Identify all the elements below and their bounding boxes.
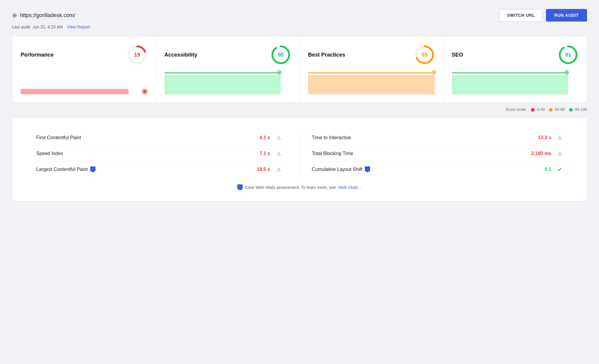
view-report-link[interactable]: View Report (67, 25, 90, 29)
scale-orange-item: 50-89 (549, 107, 565, 112)
switch-url-button[interactable]: SWITCH URL (500, 9, 542, 22)
lcp-name: Largest Contentful Paint (36, 166, 253, 172)
cls-cwv-badge (365, 166, 370, 172)
best-practices-label: Best Practices (308, 52, 345, 58)
scale-orange-dot (549, 108, 553, 112)
best-practices-bar (308, 75, 435, 94)
best-practices-sparkline (308, 70, 435, 94)
scale-red-label: 0-49 (537, 107, 545, 112)
lcp-warn-icon: ⚠ (276, 166, 282, 172)
tbt-value: 2,160 ms (531, 151, 551, 156)
url-display: https://gorilladesk.com/ (20, 12, 75, 19)
cls-value: 0.1 (545, 167, 551, 172)
performance-sparkline (21, 70, 147, 94)
best-practices-score-circle: 69 (414, 45, 435, 65)
score-scale: Score scale: 0-49 50-89 90-100 (12, 107, 587, 112)
best-practices-top: Best Practices 69 (308, 45, 435, 65)
globe-icon: ⊕ (12, 12, 17, 19)
header-actions: SWITCH URL RUN AUDIT (500, 9, 587, 22)
cls-name: Cumulative Layout Shift (312, 166, 541, 172)
seo-bar (452, 75, 579, 94)
metrics-right-col: Time to Interactive 13.3 s ⚠ Total Block… (300, 130, 563, 177)
best-practices-panel: Best Practices 69 (300, 36, 443, 103)
best-practices-value: 69 (421, 52, 427, 58)
performance-top: Performance 19 (21, 45, 147, 65)
accessibility-score-circle: 90 (271, 45, 291, 65)
si-warn-icon: ⚠ (276, 151, 282, 157)
fcp-value: 4.1 s (259, 135, 270, 140)
performance-value: 19 (134, 52, 140, 58)
metrics-columns: First Contentful Paint 4.1 s ⚠ Speed Ind… (36, 130, 563, 177)
tti-warn-icon: ⚠ (557, 135, 563, 141)
seo-label: SEO (452, 52, 463, 58)
performance-score-circle: 19 (127, 45, 147, 65)
scale-orange-label: 50-89 (555, 107, 565, 112)
performance-panel: Performance 19 (12, 36, 156, 103)
performance-label: Performance (21, 52, 54, 58)
seo-top: SEO 91 (452, 45, 579, 65)
fcp-warn-icon: ⚠ (276, 135, 282, 141)
cls-ok-icon: ✔ (557, 166, 563, 172)
fcp-name: First Contentful Paint (36, 135, 256, 140)
accessibility-sparkline (165, 70, 291, 94)
seo-panel: SEO 91 (443, 36, 587, 103)
score-scale-label: Score scale: (506, 107, 527, 112)
cwv-note-period: . (360, 185, 362, 190)
accessibility-value: 90 (278, 52, 284, 58)
scores-card: Performance 19 Accessibility 90 (12, 36, 587, 103)
accessibility-top: Accessibility 90 (165, 45, 291, 65)
scale-red-item: 0-49 (531, 107, 545, 112)
metrics-card: First Contentful Paint 4.1 s ⚠ Speed Ind… (12, 118, 587, 201)
run-audit-button[interactable]: RUN AUDIT (546, 9, 587, 22)
lcp-cwv-badge (90, 166, 96, 172)
lcp-value: 18.5 s (257, 167, 270, 172)
last-audit-text: Last audit: Jun 21, 4:23 AM (12, 25, 63, 29)
accessibility-bar (165, 75, 291, 94)
accessibility-label: Accessibility (165, 52, 197, 58)
metric-tti: Time to Interactive 13.3 s ⚠ (312, 130, 563, 146)
metric-tbt: Total Blocking Time 2,160 ms ⚠ (312, 146, 563, 162)
web-vitals-link[interactable]: Web Vitals (338, 185, 358, 190)
tti-name: Time to Interactive (312, 135, 535, 140)
metrics-left-col: First Contentful Paint 4.1 s ⚠ Speed Ind… (36, 130, 300, 177)
audit-info: Last audit: Jun 21, 4:23 AM View Report (12, 25, 587, 29)
metric-cls: Cumulative Layout Shift 0.1 ✔ (312, 162, 563, 177)
cwv-note-badge (237, 184, 243, 190)
cwv-note: Core Web Vitals assessment. To learn mor… (36, 184, 563, 190)
metric-fcp: First Contentful Paint 4.1 s ⚠ (36, 130, 282, 146)
si-name: Speed Index (36, 151, 256, 156)
cwv-note-text: Core Web Vitals assessment. To learn mor… (245, 185, 336, 190)
scale-green-label: 90-100 (575, 107, 587, 112)
header: ⊕ https://gorilladesk.com/ SWITCH URL RU… (12, 9, 587, 22)
seo-score-circle: 91 (558, 45, 578, 65)
performance-bar (21, 89, 147, 94)
si-value: 7.1 s (259, 151, 270, 156)
accessibility-panel: Accessibility 90 (156, 36, 300, 103)
tti-value: 13.3 s (538, 135, 551, 140)
seo-sparkline (452, 70, 579, 94)
metric-lcp: Largest Contentful Paint 18.5 s ⚠ (36, 162, 282, 177)
scale-red-dot (531, 108, 535, 112)
tbt-warn-icon: ⚠ (557, 151, 563, 157)
metric-si: Speed Index 7.1 s ⚠ (36, 146, 282, 162)
url-area: ⊕ https://gorilladesk.com/ (12, 12, 75, 19)
seo-value: 91 (565, 52, 571, 58)
scale-green-item: 90-100 (569, 107, 587, 112)
scale-green-dot (569, 108, 573, 112)
tbt-name: Total Blocking Time (312, 151, 528, 156)
